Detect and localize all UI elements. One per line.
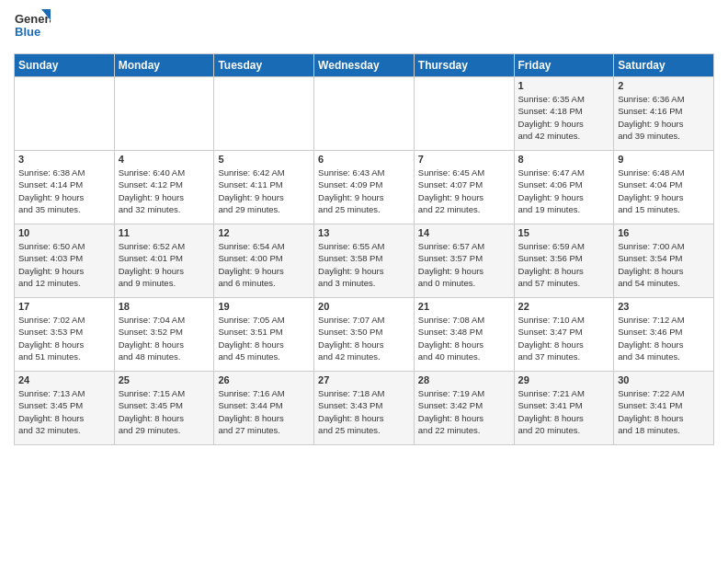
calendar-cell: 25Sunrise: 7:15 AMSunset: 3:45 PMDayligh…: [114, 372, 214, 445]
day-number: 17: [18, 301, 110, 312]
day-info: Sunrise: 6:35 AMSunset: 4:18 PMDaylight:…: [518, 93, 610, 142]
logo: General Blue: [14, 9, 51, 46]
day-number: 9: [618, 154, 710, 165]
calendar-cell: [15, 77, 115, 151]
weekday-header-saturday: Saturday: [614, 54, 714, 77]
weekday-header-friday: Friday: [514, 54, 614, 77]
day-info: Sunrise: 7:16 AMSunset: 3:44 PMDaylight:…: [218, 387, 310, 436]
svg-text:General: General: [15, 12, 51, 26]
day-number: 16: [618, 227, 710, 238]
day-number: 23: [618, 301, 710, 312]
day-number: 15: [518, 227, 610, 238]
calendar-cell: 13Sunrise: 6:55 AMSunset: 3:58 PMDayligh…: [314, 224, 415, 298]
day-info: Sunrise: 6:38 AMSunset: 4:14 PMDaylight:…: [18, 167, 110, 215]
calendar-cell: [414, 77, 514, 151]
day-number: 28: [418, 374, 510, 385]
calendar-cell: 1Sunrise: 6:35 AMSunset: 4:18 PMDaylight…: [514, 77, 614, 151]
weekday-header-wednesday: Wednesday: [314, 54, 415, 77]
calendar-cell: 5Sunrise: 6:42 AMSunset: 4:11 PMDaylight…: [214, 151, 314, 224]
calendar-cell: 23Sunrise: 7:12 AMSunset: 3:46 PMDayligh…: [614, 298, 714, 372]
day-number: 19: [218, 301, 310, 312]
day-info: Sunrise: 6:50 AMSunset: 4:03 PMDaylight:…: [18, 240, 110, 289]
calendar-cell: 15Sunrise: 6:59 AMSunset: 3:56 PMDayligh…: [514, 224, 614, 298]
day-info: Sunrise: 7:00 AMSunset: 3:54 PMDaylight:…: [618, 240, 710, 289]
day-info: Sunrise: 7:08 AMSunset: 3:48 PMDaylight:…: [418, 314, 510, 362]
calendar-cell: 6Sunrise: 6:43 AMSunset: 4:09 PMDaylight…: [314, 151, 415, 224]
calendar-cell: 24Sunrise: 7:13 AMSunset: 3:45 PMDayligh…: [15, 372, 115, 445]
day-number: 20: [318, 301, 410, 312]
day-number: 27: [318, 374, 410, 385]
day-number: 18: [119, 301, 210, 312]
day-info: Sunrise: 7:22 AMSunset: 3:41 PMDaylight:…: [618, 387, 710, 436]
calendar-cell: 7Sunrise: 6:45 AMSunset: 4:07 PMDaylight…: [414, 151, 514, 224]
calendar-cell: 26Sunrise: 7:16 AMSunset: 3:44 PMDayligh…: [214, 372, 314, 445]
calendar-cell: [314, 77, 415, 151]
calendar-cell: 18Sunrise: 7:04 AMSunset: 3:52 PMDayligh…: [114, 298, 214, 372]
day-info: Sunrise: 7:13 AMSunset: 3:45 PMDaylight:…: [18, 387, 110, 436]
day-info: Sunrise: 6:54 AMSunset: 4:00 PMDaylight:…: [218, 240, 310, 289]
day-info: Sunrise: 6:36 AMSunset: 4:16 PMDaylight:…: [618, 93, 710, 142]
calendar-cell: 14Sunrise: 6:57 AMSunset: 3:57 PMDayligh…: [414, 224, 514, 298]
calendar-cell: [214, 77, 314, 151]
day-number: 6: [318, 154, 410, 165]
calendar-cell: 29Sunrise: 7:21 AMSunset: 3:41 PMDayligh…: [514, 372, 614, 445]
svg-text:Blue: Blue: [15, 25, 40, 39]
day-info: Sunrise: 7:05 AMSunset: 3:51 PMDaylight:…: [218, 314, 310, 362]
day-number: 22: [518, 301, 610, 312]
calendar-table: SundayMondayTuesdayWednesdayThursdayFrid…: [14, 53, 714, 445]
day-number: 3: [18, 154, 110, 165]
day-number: 7: [418, 154, 510, 165]
calendar-cell: 21Sunrise: 7:08 AMSunset: 3:48 PMDayligh…: [414, 298, 514, 372]
calendar-cell: 3Sunrise: 6:38 AMSunset: 4:14 PMDaylight…: [15, 151, 115, 224]
calendar-cell: 12Sunrise: 6:54 AMSunset: 4:00 PMDayligh…: [214, 224, 314, 298]
calendar-cell: 2Sunrise: 6:36 AMSunset: 4:16 PMDaylight…: [614, 77, 714, 151]
day-info: Sunrise: 6:47 AMSunset: 4:06 PMDaylight:…: [518, 167, 610, 215]
day-number: 12: [218, 227, 310, 238]
day-number: 21: [418, 301, 510, 312]
weekday-header-thursday: Thursday: [414, 54, 514, 77]
day-number: 1: [518, 80, 610, 91]
calendar-cell: 16Sunrise: 7:00 AMSunset: 3:54 PMDayligh…: [614, 224, 714, 298]
day-info: Sunrise: 6:40 AMSunset: 4:12 PMDaylight:…: [119, 167, 210, 215]
header: General Blue: [14, 9, 714, 46]
logo-svg: General Blue: [14, 9, 51, 46]
day-number: 8: [518, 154, 610, 165]
calendar-cell: 20Sunrise: 7:07 AMSunset: 3:50 PMDayligh…: [314, 298, 415, 372]
calendar-week-row: 10Sunrise: 6:50 AMSunset: 4:03 PMDayligh…: [15, 224, 714, 298]
weekday-header-tuesday: Tuesday: [214, 54, 314, 77]
day-number: 30: [618, 374, 710, 385]
day-number: 10: [18, 227, 110, 238]
day-info: Sunrise: 7:18 AMSunset: 3:43 PMDaylight:…: [318, 387, 410, 436]
day-number: 4: [119, 154, 210, 165]
day-number: 13: [318, 227, 410, 238]
calendar-week-row: 24Sunrise: 7:13 AMSunset: 3:45 PMDayligh…: [15, 372, 714, 445]
day-info: Sunrise: 7:19 AMSunset: 3:42 PMDaylight:…: [418, 387, 510, 436]
calendar-cell: 27Sunrise: 7:18 AMSunset: 3:43 PMDayligh…: [314, 372, 415, 445]
day-info: Sunrise: 6:45 AMSunset: 4:07 PMDaylight:…: [418, 167, 510, 215]
calendar-cell: 22Sunrise: 7:10 AMSunset: 3:47 PMDayligh…: [514, 298, 614, 372]
calendar-cell: 8Sunrise: 6:47 AMSunset: 4:06 PMDaylight…: [514, 151, 614, 224]
day-info: Sunrise: 6:59 AMSunset: 3:56 PMDaylight:…: [518, 240, 610, 289]
calendar-cell: 4Sunrise: 6:40 AMSunset: 4:12 PMDaylight…: [114, 151, 214, 224]
day-info: Sunrise: 6:55 AMSunset: 3:58 PMDaylight:…: [318, 240, 410, 289]
day-number: 2: [618, 80, 710, 91]
day-info: Sunrise: 7:04 AMSunset: 3:52 PMDaylight:…: [119, 314, 210, 362]
calendar-cell: [114, 77, 214, 151]
day-info: Sunrise: 7:07 AMSunset: 3:50 PMDaylight:…: [318, 314, 410, 362]
calendar-week-row: 1Sunrise: 6:35 AMSunset: 4:18 PMDaylight…: [15, 77, 714, 151]
calendar-cell: 19Sunrise: 7:05 AMSunset: 3:51 PMDayligh…: [214, 298, 314, 372]
calendar-cell: 9Sunrise: 6:48 AMSunset: 4:04 PMDaylight…: [614, 151, 714, 224]
calendar-cell: 17Sunrise: 7:02 AMSunset: 3:53 PMDayligh…: [15, 298, 115, 372]
calendar-cell: 30Sunrise: 7:22 AMSunset: 3:41 PMDayligh…: [614, 372, 714, 445]
day-info: Sunrise: 6:48 AMSunset: 4:04 PMDaylight:…: [618, 167, 710, 215]
weekday-header-sunday: Sunday: [15, 54, 115, 77]
calendar-cell: 28Sunrise: 7:19 AMSunset: 3:42 PMDayligh…: [414, 372, 514, 445]
calendar-cell: 11Sunrise: 6:52 AMSunset: 4:01 PMDayligh…: [114, 224, 214, 298]
day-info: Sunrise: 6:57 AMSunset: 3:57 PMDaylight:…: [418, 240, 510, 289]
day-number: 24: [18, 374, 110, 385]
day-info: Sunrise: 7:21 AMSunset: 3:41 PMDaylight:…: [518, 387, 610, 436]
weekday-header-monday: Monday: [114, 54, 214, 77]
day-number: 11: [119, 227, 210, 238]
day-info: Sunrise: 7:02 AMSunset: 3:53 PMDaylight:…: [18, 314, 110, 362]
day-number: 26: [218, 374, 310, 385]
